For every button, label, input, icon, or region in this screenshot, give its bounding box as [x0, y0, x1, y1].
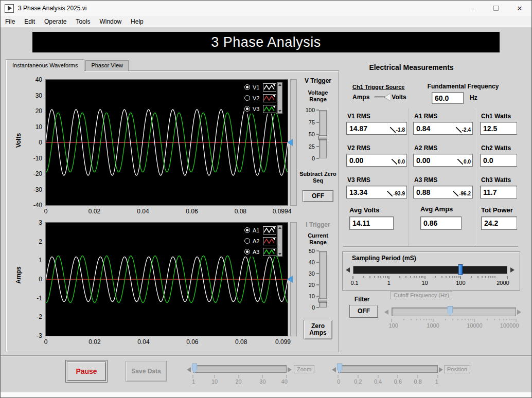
window-title: 3 Phase Analysis 2025.vi [18, 5, 86, 12]
zoom-slider[interactable] [193, 365, 287, 373]
v1-rms-value: 14.87 -1.8 [346, 122, 407, 135]
legend-item-a2[interactable]: A2 [244, 236, 276, 246]
position-decrement-arrow[interactable] [332, 367, 336, 372]
i-trigger-level-handle[interactable] [287, 276, 293, 283]
zero-amps-button[interactable]: Zero Amps [304, 320, 332, 339]
i-trigger-level-slider[interactable] [290, 222, 297, 336]
trigger-source-option-volts[interactable]: Volts [392, 94, 406, 101]
maximize-button[interactable] [484, 1, 508, 16]
legend-item-a3[interactable]: A3 [244, 247, 276, 257]
sampling-period-slider[interactable] [353, 266, 507, 274]
fundamental-frequency-label: Fundamental Frequency [424, 83, 502, 90]
sampling-decrement-arrow[interactable] [346, 267, 350, 273]
page-title-banner: 3 Phase Analysis [32, 32, 500, 52]
a2-visible-radio[interactable] [244, 238, 250, 244]
voltage-range-label: Voltage Range [302, 89, 334, 103]
ch2-watts-label: Ch2 Watts [481, 144, 511, 152]
v1-rms-label: V1 RMS [347, 113, 370, 120]
menu-item-window[interactable]: Window [95, 16, 126, 27]
plot-area: A1 A2 A3 [45, 222, 288, 336]
position-handle[interactable] [336, 364, 342, 373]
a1-rms-label: A1 RMS [414, 113, 437, 120]
cutoff-frequency-slider[interactable] [392, 307, 516, 316]
menu-item-operate[interactable]: Operate [40, 16, 71, 27]
trigger-source-option-amps[interactable]: Amps [352, 94, 369, 101]
current-range-scale: 50403020100 [297, 251, 319, 307]
v1-visible-radio[interactable] [244, 84, 250, 90]
a3-visible-radio[interactable] [244, 249, 250, 255]
plot-legend: V1 V2 V3 [244, 82, 282, 114]
v2-plot-style-icon[interactable] [263, 94, 276, 102]
electrical-measurements-panel: Electrical Measurements Ch1 Trigger Sour… [341, 57, 522, 355]
v3-plot-style-icon[interactable] [263, 105, 276, 113]
voltage-range-slider[interactable] [319, 110, 327, 158]
current-range-handle[interactable] [318, 298, 327, 303]
a1-plot-style-icon[interactable] [263, 226, 276, 234]
menu-item-edit[interactable]: Edit [20, 16, 40, 27]
cutoff-decrement-arrow[interactable] [384, 310, 388, 315]
ch1-trigger-source-selector[interactable]: Amps Volts [352, 94, 406, 101]
avg-volts-value: 14.11 [349, 216, 394, 230]
fundamental-frequency-value: 60.0 [432, 92, 464, 104]
legend-item-v3[interactable]: V3 [244, 104, 276, 114]
legend-item-v1[interactable]: V1 [244, 82, 276, 92]
current-range-slider[interactable] [319, 251, 327, 307]
trigger-source-rail [375, 96, 385, 98]
pause-button-ring: Pause [65, 360, 108, 383]
v1-plot-style-icon[interactable] [263, 83, 276, 92]
save-data-button[interactable]: Save Data [126, 361, 167, 382]
ch2-watts-value: 0.0 [480, 154, 517, 167]
menu-item-file[interactable]: File [1, 16, 20, 27]
legend-scrollbar[interactable] [277, 225, 282, 257]
minimize-button[interactable]: – [460, 1, 484, 16]
zoom-increment-arrow[interactable] [288, 367, 292, 372]
tab-phasor-view[interactable]: Phasor View [85, 60, 129, 71]
v-trigger-level-slider[interactable] [290, 79, 297, 206]
ch3-watts-label: Ch3 Watts [481, 176, 511, 184]
legend-item-v2[interactable]: V2 [244, 93, 276, 103]
v3-visible-radio[interactable] [244, 106, 250, 112]
angle-icon [453, 191, 458, 196]
subtract-zero-seq-label: Subtract Zero Seq [299, 171, 336, 184]
filter-off-button[interactable]: OFF [349, 305, 378, 318]
zoom-handle[interactable] [191, 364, 197, 373]
sampling-increment-arrow[interactable] [510, 267, 515, 273]
menu-item-help[interactable]: Help [126, 16, 148, 27]
divider [476, 108, 477, 246]
a2-plot-style-icon[interactable] [263, 237, 276, 245]
ch1-watts-label: Ch1 Watts [481, 113, 511, 120]
title-bar: 3 Phase Analysis 2025.vi – ✕ [1, 1, 531, 16]
y-axis-label-volts: Volts [15, 129, 22, 152]
v-trigger-level-handle[interactable] [287, 139, 293, 146]
avg-amps-value: 0.86 [420, 216, 462, 230]
cutoff-frequency-handle[interactable] [447, 306, 453, 316]
position-increment-arrow[interactable] [439, 367, 443, 372]
amps-waveform-graph: Amps 3210-1-2-3 A1 A2 [6, 214, 344, 353]
subtract-zero-seq-button[interactable]: OFF [303, 190, 333, 202]
a3-plot-style-icon[interactable] [263, 248, 276, 256]
tab-instantaneous-waveforms[interactable]: Instantaneous Waveforms [6, 59, 84, 71]
position-scale: 00.20.40.60.81 [338, 375, 438, 388]
pause-button[interactable]: Pause [67, 361, 106, 381]
y-axis-ticks: 3210-1-2-3 [26, 223, 43, 336]
cutoff-increment-arrow[interactable] [517, 310, 521, 315]
minimize-icon: – [470, 5, 474, 12]
a1-visible-radio[interactable] [244, 227, 250, 233]
menu-item-tools[interactable]: Tools [71, 16, 95, 27]
avg-amps-label: Avg Amps [420, 205, 453, 213]
a2-rms-value: 0.00 0.0 [413, 154, 473, 167]
trigger-source-pointer-icon[interactable] [385, 94, 391, 101]
zoom-decrement-arrow[interactable] [187, 367, 191, 372]
legend-item-a1[interactable]: A1 [244, 225, 276, 235]
v2-visible-radio[interactable] [244, 95, 250, 101]
voltage-range-handle[interactable] [318, 136, 327, 140]
v-trigger-panel: V Trigger Voltage Range 1007550250 Subtr… [297, 75, 339, 214]
close-button[interactable]: ✕ [508, 1, 531, 16]
cutoff-frequency-label: Cutoff Frequency (Hz) [391, 291, 452, 299]
sampling-period-handle[interactable] [458, 264, 463, 275]
x-axis-ticks: 00.020.040.060.080.099 [46, 338, 288, 346]
ch1-watts-value: 12.5 [480, 122, 517, 135]
legend-scrollbar[interactable] [277, 82, 282, 114]
legend-label: V3 [253, 106, 263, 112]
position-slider[interactable] [338, 365, 438, 373]
